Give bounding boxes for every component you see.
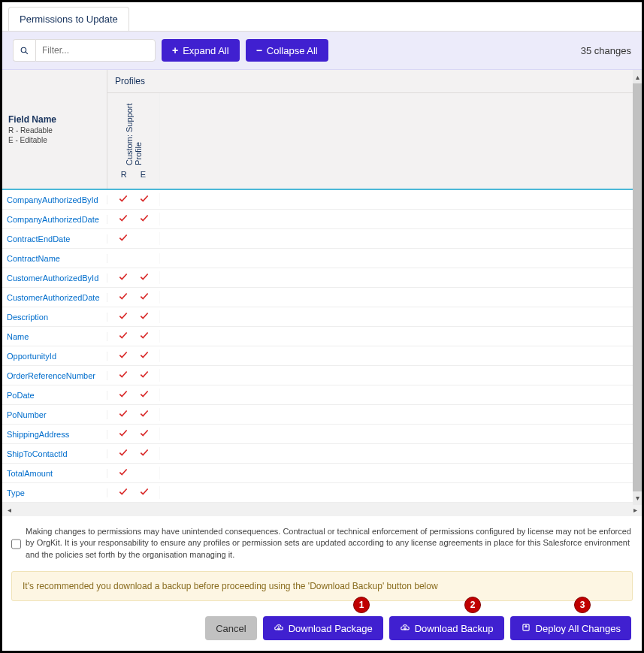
field-name-link[interactable]: ContractName — [2, 254, 107, 263]
scroll-up-arrow-icon[interactable]: ▴ — [633, 70, 642, 83]
editable-check-icon — [139, 271, 150, 284]
horizontal-scrollbar[interactable]: ◂ ▸ — [2, 503, 642, 516]
permission-cells — [107, 271, 160, 284]
download-icon — [400, 622, 410, 635]
editable-check-icon — [139, 330, 150, 343]
download-backup-button[interactable]: Download Backup — [389, 616, 504, 640]
table-row: CompanyAuthorizedDate — [2, 210, 642, 229]
scroll-right-arrow-icon[interactable]: ▸ — [628, 506, 642, 514]
cancel-button[interactable]: Cancel — [205, 616, 256, 640]
table-row: Type — [2, 483, 642, 503]
button-label: Expand All — [183, 45, 228, 56]
readable-check-icon — [118, 213, 128, 225]
vertical-scrollbar[interactable] — [633, 70, 642, 505]
editable-check-icon — [139, 486, 150, 499]
table-header: Field Name R - Readable E - Editable Pro… — [2, 70, 642, 190]
field-name-link[interactable]: ContractEndDate — [2, 234, 107, 243]
annotation-marker-3: 3 — [574, 597, 591, 613]
search-icon[interactable] — [13, 39, 35, 62]
table-row: ShippingAddress — [2, 425, 642, 444]
editable-check-icon — [139, 408, 150, 421]
table-row: ContractEndDate — [2, 229, 642, 249]
scroll-down-arrow-icon[interactable]: ▾ — [633, 491, 642, 505]
field-name-link[interactable]: CompanyAuthorizedById — [2, 195, 107, 204]
tab-label: Permissions to Update — [20, 14, 118, 25]
permissions-table: Field Name R - Readable E - Editable Pro… — [2, 70, 642, 520]
permission-cells — [107, 232, 160, 245]
permission-cells — [107, 369, 160, 382]
warning-text: It's recommended you download a backup b… — [23, 581, 438, 591]
permission-cells — [107, 428, 160, 440]
readable-check-icon — [118, 369, 128, 382]
tab-permissions-to-update[interactable]: Permissions to Update — [8, 7, 129, 31]
download-package-button[interactable]: Download Package — [263, 616, 383, 640]
annotation-marker-2: 2 — [464, 597, 481, 613]
editable-check-icon — [139, 291, 150, 304]
plus-icon: + — [172, 45, 178, 56]
button-label: Download Package — [289, 623, 373, 634]
header-sub-e: E - Editable — [8, 136, 101, 144]
profile-name: Custom: Support Profile — [125, 98, 143, 165]
editable-check-icon — [139, 349, 150, 362]
warning-banner: It's recommended you download a backup b… — [11, 571, 633, 601]
col-e-label: E — [141, 170, 146, 179]
editable-check-icon — [139, 193, 150, 206]
readable-check-icon — [118, 447, 128, 460]
permission-cells — [107, 330, 160, 343]
button-label: Collapse All — [267, 45, 318, 56]
changes-count: 35 changes — [581, 45, 631, 56]
disclaimer-checkbox[interactable] — [11, 528, 21, 561]
field-name-link[interactable]: CustomerAuthorizedDate — [2, 293, 107, 302]
col-r-label: R — [121, 170, 127, 179]
header-title: Field Name — [8, 114, 101, 125]
field-name-link[interactable]: ShipToContactId — [2, 449, 107, 458]
scroll-left-arrow-icon[interactable]: ◂ — [2, 506, 16, 514]
button-label: Cancel — [216, 623, 246, 634]
toolbar: + Expand All − Collapse All 35 changes — [2, 32, 642, 70]
editable-check-icon — [139, 213, 150, 225]
field-name-link[interactable]: PoNumber — [2, 410, 107, 419]
permission-cells — [107, 213, 160, 225]
search-group — [13, 39, 156, 62]
download-icon — [274, 622, 284, 635]
readable-check-icon — [118, 310, 128, 323]
table-row: OpportunityId — [2, 346, 642, 366]
permission-cells — [107, 447, 160, 460]
field-name-link[interactable]: Name — [2, 332, 107, 341]
table-row: Description — [2, 307, 642, 327]
readable-check-icon — [118, 467, 128, 479]
readable-check-icon — [118, 291, 128, 304]
field-name-link[interactable]: ShippingAddress — [2, 430, 107, 439]
expand-all-button[interactable]: + Expand All — [162, 39, 240, 62]
field-name-link[interactable]: CustomerAuthorizedById — [2, 274, 107, 283]
field-name-link[interactable]: Type — [2, 488, 107, 497]
collapse-all-button[interactable]: − Collapse All — [246, 39, 328, 62]
table-row: PoDate — [2, 385, 642, 405]
profiles-header-label: Profiles — [107, 70, 642, 93]
readable-check-icon — [118, 232, 128, 245]
field-name-link[interactable]: TotalAmount — [2, 469, 107, 478]
field-name-link[interactable]: OrderReferenceNumber — [2, 371, 107, 380]
field-name-link[interactable]: PoDate — [2, 391, 107, 400]
filter-input[interactable] — [35, 39, 156, 62]
permission-cells — [107, 253, 160, 264]
field-name-link[interactable]: Description — [2, 313, 107, 322]
table-row: CustomerAuthorizedById — [2, 268, 642, 288]
disclaimer-section: Making changes to permissions may have u… — [2, 520, 642, 567]
readable-check-icon — [118, 330, 128, 343]
profiles-column-header: Profiles Custom: Support Profile R E — [107, 70, 642, 189]
field-name-link[interactable]: OpportunityId — [2, 352, 107, 361]
deploy-all-changes-button[interactable]: Deploy All Changes — [510, 616, 631, 640]
permission-cells — [107, 310, 160, 323]
annotation-marker-1: 1 — [353, 597, 370, 613]
permission-cells — [107, 291, 160, 304]
readable-check-icon — [118, 349, 128, 362]
button-label: Deploy All Changes — [536, 623, 621, 634]
permissions-modal: Permissions to Update + Expand All − Col… — [0, 0, 644, 653]
svg-line-1 — [26, 51, 28, 53]
tab-bar: Permissions to Update — [2, 2, 642, 32]
editable-check-icon — [139, 388, 150, 401]
field-name-link[interactable]: CompanyAuthorizedDate — [2, 215, 107, 224]
header-sub-r: R - Readable — [8, 126, 101, 135]
permission-cells — [107, 408, 160, 421]
